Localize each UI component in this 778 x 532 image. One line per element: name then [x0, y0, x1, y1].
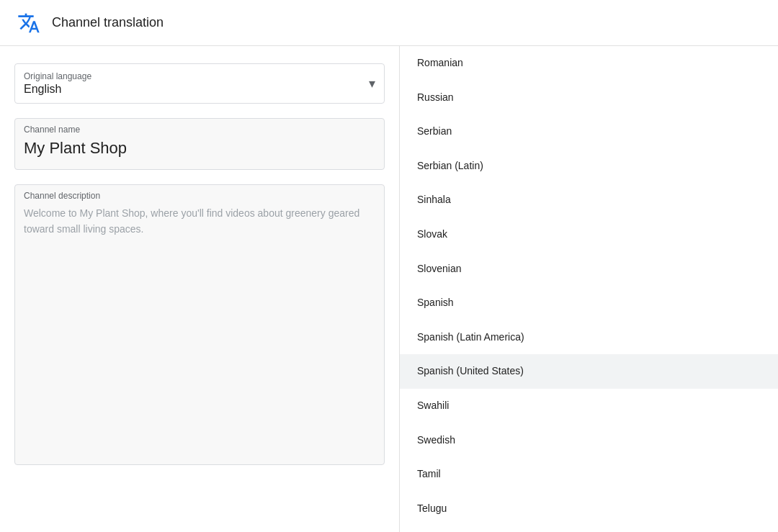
language-item-sinhala[interactable]: Sinhala — [400, 183, 778, 217]
main-layout: Original language English ▾ Channel name… — [0, 46, 778, 532]
language-item-slovenian[interactable]: Slovenian — [400, 252, 778, 287]
original-language-dropdown[interactable]: Original language English ▾ — [14, 63, 385, 104]
language-item-slovak[interactable]: Slovak — [400, 217, 778, 252]
page-header: Channel translation — [0, 0, 778, 46]
original-language-label: Original language — [24, 71, 375, 81]
language-item-spanish-latin-america[interactable]: Spanish (Latin America) — [400, 320, 778, 355]
channel-name-field: Channel name My Plant Shop — [14, 118, 385, 170]
translate-icon — [17, 12, 40, 35]
language-item-swedish[interactable]: Swedish — [400, 423, 778, 458]
channel-name-label: Channel name — [24, 125, 375, 135]
channel-name-value: My Plant Shop — [24, 139, 375, 158]
channel-description-label: Channel description — [24, 191, 375, 201]
left-panel: Original language English ▾ Channel name… — [0, 46, 400, 532]
language-item-serbian[interactable]: Serbian — [400, 114, 778, 149]
language-item-spanish[interactable]: Spanish — [400, 286, 778, 320]
language-item-serbian-latin[interactable]: Serbian (Latin) — [400, 149, 778, 184]
language-item-spanish-united-states[interactable]: Spanish (United States) — [400, 354, 778, 389]
language-item-telugu[interactable]: Telugu — [400, 492, 778, 526]
page-title: Channel translation — [52, 15, 164, 30]
dropdown-arrow-icon: ▾ — [369, 76, 375, 91]
language-list: RomanianRussianSerbianSerbian (Latin)Sin… — [400, 46, 778, 532]
language-item-tamil[interactable]: Tamil — [400, 457, 778, 492]
language-item-swahili[interactable]: Swahili — [400, 389, 778, 423]
language-item-thai[interactable]: Thai — [400, 526, 778, 532]
language-item-russian[interactable]: Russian — [400, 81, 778, 115]
original-language-value: English — [24, 83, 375, 96]
channel-description-field: Channel description Welcome to My Plant … — [14, 184, 385, 465]
right-panel: RomanianRussianSerbianSerbian (Latin)Sin… — [400, 46, 778, 532]
language-item-romanian[interactable]: Romanian — [400, 46, 778, 81]
channel-description-value: Welcome to My Plant Shop, where you'll f… — [24, 205, 375, 238]
